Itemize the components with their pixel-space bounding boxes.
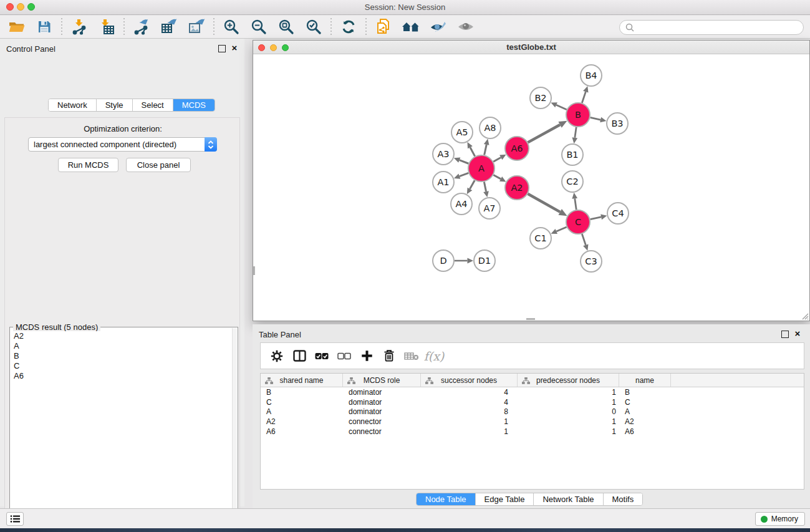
table-cell[interactable]: A6 xyxy=(619,427,671,436)
deselect-all-button[interactable] xyxy=(333,345,355,367)
home-button[interactable] xyxy=(397,16,425,37)
function-builder-button[interactable]: f(x) xyxy=(423,345,445,367)
table-cell[interactable]: 1 xyxy=(421,427,518,436)
graph-edge-A-A7[interactable] xyxy=(483,182,489,198)
tab-motifs[interactable]: Motifs xyxy=(604,493,643,505)
table-cell[interactable]: A xyxy=(619,407,671,416)
graph-node-A4[interactable]: A4 xyxy=(451,193,472,215)
graph-edge-B-B4[interactable] xyxy=(582,86,588,103)
column-header-name[interactable]: name xyxy=(619,374,671,387)
memory-button[interactable]: Memory xyxy=(755,512,805,526)
graph-edge-C-C4[interactable] xyxy=(591,215,607,220)
graph-node-A3[interactable]: A3 xyxy=(433,143,454,165)
graph-edge-A-A2[interactable] xyxy=(493,175,506,182)
graph-edge-A-A1[interactable] xyxy=(454,173,468,178)
import-table-button[interactable] xyxy=(93,16,120,37)
graph-node-B[interactable]: B xyxy=(566,103,590,127)
search-field[interactable] xyxy=(619,20,804,35)
table-row[interactable]: Adominator80A xyxy=(261,407,804,417)
table-row[interactable]: Bdominator41B xyxy=(261,387,804,397)
task-history-button[interactable] xyxy=(6,512,24,526)
table-cell[interactable]: 0 xyxy=(518,407,619,416)
tab-select[interactable]: Select xyxy=(133,99,173,111)
graph-edge-A6-B[interactable] xyxy=(528,121,567,143)
table-cell[interactable]: C xyxy=(619,398,671,407)
graph-node-B1[interactable]: B1 xyxy=(562,144,583,165)
graph-node-A[interactable]: A xyxy=(468,155,494,181)
add-column-button[interactable] xyxy=(355,345,378,367)
tab-node-table[interactable]: Node Table xyxy=(417,493,476,505)
graph-node-D1[interactable]: D1 xyxy=(474,250,495,271)
table-cell[interactable]: 1 xyxy=(518,427,619,436)
mcds-result-item[interactable]: C xyxy=(14,361,232,371)
table-panel-float-button[interactable] xyxy=(781,331,789,338)
column-header-successor-nodes[interactable]: successor nodes xyxy=(421,374,518,387)
table-cell[interactable]: dominator xyxy=(343,407,421,416)
run-mcds-button[interactable]: Run MCDS xyxy=(58,158,118,172)
export-table-button[interactable] xyxy=(155,16,183,37)
table-cell[interactable]: C xyxy=(261,398,343,407)
table-cell[interactable]: 4 xyxy=(421,398,518,407)
mcds-result-item[interactable]: A xyxy=(14,341,232,351)
table-cell[interactable]: A2 xyxy=(619,417,671,426)
graph-edge-B-B2[interactable] xyxy=(551,102,566,110)
table-panel-close-icon[interactable]: × xyxy=(793,329,803,339)
import-network-button[interactable] xyxy=(65,16,93,37)
mcds-result-item[interactable]: A2 xyxy=(14,331,232,341)
table-cell[interactable]: connector xyxy=(343,417,421,426)
export-image-button[interactable] xyxy=(183,16,210,37)
graph-edge-A-A5[interactable] xyxy=(467,142,475,157)
search-input[interactable] xyxy=(638,23,798,32)
graph-node-B3[interactable]: B3 xyxy=(607,113,628,134)
graph-edge-A-A8[interactable] xyxy=(484,139,489,155)
column-header-mcds-role[interactable]: MCDS role xyxy=(343,374,421,387)
graph-edge-B-B3[interactable] xyxy=(591,117,607,123)
mcds-result-item[interactable]: A6 xyxy=(14,371,232,381)
graph-node-A6[interactable]: A6 xyxy=(505,137,529,160)
graph-edge-A-A3[interactable] xyxy=(454,158,469,164)
network-canvas[interactable]: B4B2BB3A5A8A6B1A3AC2A1A2A4A7CC4C1C3DD1 xyxy=(253,54,809,321)
resize-grip-icon[interactable] xyxy=(801,312,809,320)
save-session-button[interactable] xyxy=(31,16,58,37)
table-cell[interactable]: B xyxy=(261,388,343,397)
graph-edge-C-C1[interactable] xyxy=(551,227,567,234)
show-columns-button[interactable] xyxy=(288,345,311,367)
table-row[interactable]: A6connector11A6 xyxy=(261,427,804,437)
graph-edge-A2-C[interactable] xyxy=(528,194,567,216)
table-cell[interactable]: connector xyxy=(343,427,421,436)
graph-node-A1[interactable]: A1 xyxy=(433,172,454,193)
control-panel-close-icon[interactable]: × xyxy=(229,43,239,53)
table-cell[interactable]: A6 xyxy=(261,427,343,436)
result-list-scrollbar[interactable] xyxy=(232,328,237,532)
graph-node-B4[interactable]: B4 xyxy=(581,65,602,86)
select-all-button[interactable] xyxy=(311,345,333,367)
tab-edge-table[interactable]: Edge Table xyxy=(476,493,534,505)
table-settings-button[interactable] xyxy=(266,345,288,367)
graph-edge-D-D1[interactable] xyxy=(455,258,473,264)
table-cell[interactable]: A2 xyxy=(261,417,343,426)
graph-node-A8[interactable]: A8 xyxy=(480,117,501,138)
graph-node-A7[interactable]: A7 xyxy=(479,198,500,219)
table-cell[interactable]: dominator xyxy=(343,398,421,407)
table-cell[interactable]: A xyxy=(261,407,343,416)
graph-node-C4[interactable]: C4 xyxy=(607,203,629,224)
graph-edge-A-A4[interactable] xyxy=(467,180,475,194)
graph-edge-C-C3[interactable] xyxy=(582,234,588,251)
graph-node-B2[interactable]: B2 xyxy=(530,87,551,109)
show-all-button[interactable] xyxy=(452,16,480,37)
control-panel-float-button[interactable] xyxy=(218,45,226,52)
graph-node-D[interactable]: D xyxy=(433,250,454,271)
hide-selected-button[interactable] xyxy=(425,16,452,37)
graph-node-C3[interactable]: C3 xyxy=(581,251,602,272)
graph-edge-C-C2[interactable] xyxy=(572,193,577,210)
tab-network[interactable]: Network xyxy=(49,99,97,111)
column-header-predecessor-nodes[interactable]: predecessor nodes xyxy=(518,374,619,387)
tab-network-table[interactable]: Network Table xyxy=(534,493,603,505)
table-cell[interactable]: 1 xyxy=(421,417,518,426)
tab-mcds[interactable]: MCDS xyxy=(173,99,215,111)
table-row[interactable]: Cdominator41C xyxy=(261,397,804,407)
graph-edge-A-A6[interactable] xyxy=(493,155,506,162)
network-vertical-scrollbar[interactable] xyxy=(253,266,255,275)
zoom-selected-button[interactable] xyxy=(300,16,327,37)
table-cell[interactable]: 1 xyxy=(518,398,619,407)
